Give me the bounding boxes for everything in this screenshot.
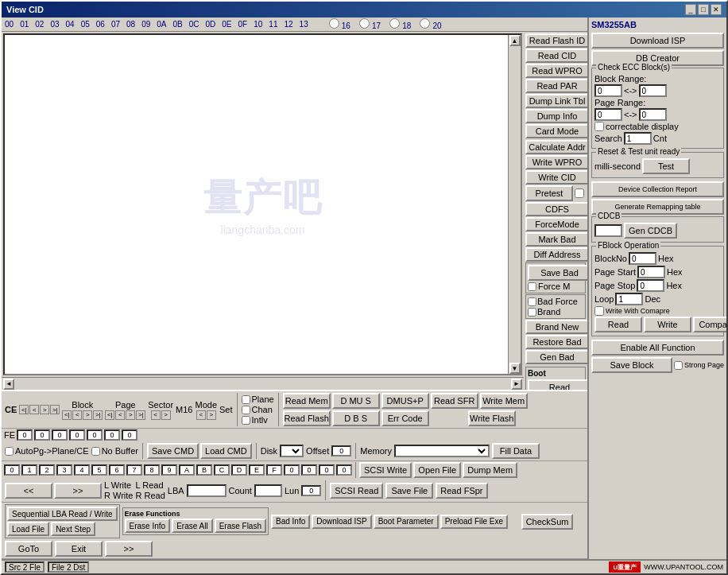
cdcb-input[interactable] — [594, 224, 622, 237]
ce-last-btn[interactable]: >| — [50, 405, 60, 414]
radio-20[interactable] — [420, 18, 430, 29]
read-cid-button[interactable]: Read CID — [525, 49, 587, 63]
fblock-read-button[interactable]: Read — [594, 317, 642, 332]
num-cell-0[interactable] — [4, 464, 20, 476]
num-cell-9[interactable] — [161, 464, 177, 476]
num-cell-g[interactable] — [284, 464, 300, 476]
read-boot-button[interactable]: Read — [528, 379, 587, 390]
goto-button[interactable]: GoTo — [5, 541, 52, 557]
open-file-button[interactable]: Open File — [413, 462, 461, 478]
bad-force-checkbox[interactable] — [528, 297, 536, 306]
gen-cdcb-button[interactable]: Gen CDCB — [624, 223, 677, 239]
cell-3[interactable] — [69, 429, 85, 441]
num-cell-7[interactable] — [126, 464, 142, 476]
lba-input[interactable] — [187, 484, 227, 497]
test-button[interactable]: Test — [642, 158, 690, 174]
erase-flash-button[interactable]: Erase Flash — [215, 519, 266, 533]
read-par-button[interactable]: Read PAR — [525, 79, 587, 93]
diff-address-button[interactable]: Diff Address — [525, 247, 587, 262]
count-input[interactable] — [254, 484, 282, 497]
cell-0[interactable] — [17, 429, 33, 441]
write-mem-button[interactable]: Write Mem — [480, 393, 528, 409]
num-cell-5[interactable] — [91, 464, 107, 476]
scsi-write-button[interactable]: SCSI Write — [359, 462, 412, 478]
num-cell-e[interactable] — [249, 464, 265, 476]
num-cell-c[interactable] — [214, 464, 230, 476]
minimize-button[interactable]: _ — [685, 4, 696, 15]
ce-next-btn[interactable]: > — [40, 405, 49, 414]
fill-data-button[interactable]: Fill Data — [492, 443, 540, 459]
read-flash-button[interactable]: Read Flash — [283, 410, 331, 426]
page-start-input[interactable] — [637, 266, 665, 278]
num-cell-b[interactable] — [196, 464, 212, 476]
num-cell-8[interactable] — [144, 464, 160, 476]
erase-all-button[interactable]: Erase All — [172, 519, 212, 533]
block-first-btn[interactable]: <| — [62, 410, 72, 420]
dump-link-tbl-button[interactable]: Dump Link Tbl — [525, 94, 587, 108]
pretest-checkbox[interactable] — [575, 188, 584, 198]
maximize-button[interactable]: □ — [698, 4, 709, 15]
d-b-s-button[interactable]: D B S — [332, 410, 380, 426]
search-input[interactable] — [624, 132, 652, 145]
radio-18[interactable] — [389, 18, 400, 29]
seq-lba-button[interactable]: Sequential LBA Read / Write — [7, 507, 118, 521]
cell-2[interactable] — [52, 429, 68, 441]
save-cmd-button[interactable]: Save CMD — [147, 443, 199, 459]
block-prev-btn[interactable]: < — [72, 410, 82, 420]
lun-input[interactable] — [301, 485, 321, 496]
block-range-end[interactable] — [639, 84, 667, 97]
read-wpro-button[interactable]: Read WPRO — [525, 64, 587, 78]
restore-bad-button[interactable]: Restore Bad — [525, 335, 587, 349]
page-range-end[interactable] — [639, 108, 667, 121]
erase-info-button[interactable]: Erase Info — [125, 519, 171, 533]
num-cell-4[interactable] — [74, 464, 90, 476]
mode-next-btn[interactable]: > — [207, 410, 216, 420]
scsi-read-button[interactable]: SCSI Read — [330, 483, 383, 499]
scroll-left-button[interactable]: ◄ — [3, 379, 14, 390]
disk-select[interactable] — [280, 445, 304, 457]
page-range-start[interactable] — [594, 108, 622, 121]
sector-prev-btn[interactable]: < — [151, 410, 161, 420]
num-cell-h[interactable] — [301, 464, 317, 476]
gen-bad-button[interactable]: Gen Bad — [525, 350, 587, 364]
cell-1[interactable] — [34, 429, 50, 441]
intlv-checkbox[interactable] — [242, 416, 250, 425]
cdfs-button[interactable]: CDFS — [525, 202, 587, 216]
chan-checkbox[interactable] — [242, 406, 250, 414]
force-m-checkbox[interactable] — [528, 282, 536, 291]
bad-info-button[interactable]: Bad Info — [271, 515, 310, 529]
preload-file-exe-button[interactable]: Preload File Exe — [440, 515, 508, 529]
mark-bad-button[interactable]: Mark Bad — [525, 232, 587, 247]
boot-parameter-button[interactable]: Boot Parameter — [374, 515, 439, 529]
cell-6[interactable] — [122, 429, 137, 441]
read-mem-button[interactable]: Read Mem — [283, 393, 331, 409]
lba-next-btn[interactable]: >> — [54, 483, 102, 499]
save-file-button[interactable]: Save File — [385, 483, 433, 499]
page-last-btn[interactable]: >| — [136, 410, 145, 420]
fblock-write-button[interactable]: Write — [644, 317, 691, 332]
radio-17[interactable] — [359, 18, 370, 29]
no-buffer-checkbox[interactable] — [91, 447, 100, 456]
card-mode-button[interactable]: Card Mode — [525, 124, 587, 138]
block-range-start[interactable] — [594, 84, 622, 97]
calculate-addr-button[interactable]: Calculate Addr — [525, 140, 587, 154]
scroll-up-button[interactable]: ▲ — [509, 35, 521, 46]
scroll-right-button[interactable]: ► — [511, 379, 522, 390]
ce-prev-btn[interactable]: < — [29, 405, 39, 414]
download-isp2-button[interactable]: Download ISP — [312, 515, 371, 529]
force-mode-button[interactable]: ForceMode — [525, 217, 587, 231]
num-cell-j[interactable] — [336, 464, 352, 476]
load-cmd-button[interactable]: Load CMD — [200, 443, 252, 459]
device-collection-button[interactable]: Device Collection Report — [591, 181, 724, 197]
write-compare-checkbox[interactable] — [594, 306, 604, 316]
loop-input[interactable] — [615, 293, 643, 305]
brand-new-button[interactable]: Brand New — [525, 320, 587, 334]
dump-mem-button[interactable]: Dump Mem — [463, 462, 517, 478]
d-mu-s-button[interactable]: D MU S — [332, 393, 380, 409]
save-block-button[interactable]: Save Block — [591, 357, 672, 373]
fblock-compare-button[interactable]: Compare — [693, 317, 726, 332]
block-next-btn[interactable]: > — [83, 410, 92, 420]
mode-prev-btn[interactable]: < — [196, 410, 206, 420]
num-cell-d[interactable] — [231, 464, 247, 476]
download-isp-button[interactable]: Download ISP — [591, 33, 724, 49]
